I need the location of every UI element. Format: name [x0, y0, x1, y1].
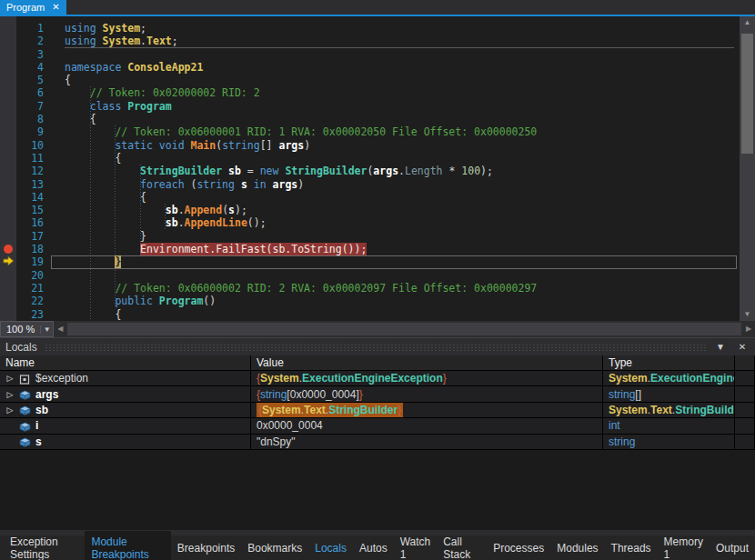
vertical-scrollbar-thumb[interactable] — [741, 34, 753, 154]
variable-name: sb — [35, 403, 48, 417]
expander-icon[interactable]: ▷ — [5, 387, 15, 402]
close-icon[interactable]: ✕ — [735, 342, 750, 352]
locals-row[interactable]: s"dnSpy"string — [0, 435, 755, 450]
bottom-tab-exception-settings[interactable]: Exception Settings — [4, 531, 85, 560]
column-header-type[interactable]: Type — [603, 355, 735, 370]
scroll-up-icon[interactable]: ▲ — [740, 16, 755, 29]
locals-row[interactable]: ▷args{string[0x0000_0004]}string[] — [0, 386, 755, 402]
code-line[interactable]: 14 { — [0, 191, 740, 204]
bottom-tab-memory-1[interactable]: Memory 1 — [658, 531, 710, 560]
code-token: ( — [185, 178, 197, 191]
code-token: Program — [159, 295, 203, 307]
locals-name-cell[interactable]: ▷$exception — [0, 371, 251, 385]
code-text — [44, 48, 65, 61]
code-line[interactable]: 7 class Program — [0, 100, 740, 113]
bottom-tab-module-breakpoints[interactable]: Module Breakpoints — [85, 531, 170, 560]
bottom-tab-processes[interactable]: Processes — [487, 537, 550, 559]
code-line[interactable]: 3 — [0, 48, 740, 61]
code-editor[interactable]: 1using System;2using System.Text;34names… — [0, 16, 755, 321]
breakpoint-glyph-cell[interactable] — [0, 243, 16, 255]
locals-type-cell[interactable]: int — [603, 418, 735, 433]
locals-title-bar[interactable]: Locals ▼ ✕ — [0, 338, 755, 355]
code-line[interactable]: 6 // Token: 0x02000002 RID: 2 — [0, 86, 740, 99]
tab-close-icon[interactable]: ✕ — [52, 3, 59, 12]
bottom-tab-modules[interactable]: Modules — [550, 537, 604, 559]
code-line[interactable]: 22 public Program() — [0, 295, 740, 307]
scroll-left-icon[interactable]: ◀ — [54, 321, 66, 337]
locals-row[interactable]: ▷$exception{System.ExecutionEngineExcept… — [0, 371, 755, 386]
code-line[interactable]: 20 — [0, 269, 740, 282]
column-header-value[interactable]: Value — [251, 355, 603, 370]
code-token: static void — [115, 139, 190, 152]
locals-row[interactable]: i0x0000_0004int — [0, 418, 755, 434]
code-line[interactable]: 17 } — [0, 230, 740, 243]
code-line[interactable]: 23 { — [0, 308, 740, 321]
locals-header-row[interactable]: Name Value Type — [0, 355, 755, 371]
bottom-tab-watch-1[interactable]: Watch 1 — [394, 531, 438, 560]
code-line[interactable]: 11 { — [0, 152, 740, 165]
bottom-tab-locals[interactable]: Locals — [308, 537, 353, 559]
scroll-down-icon[interactable]: ▼ — [740, 308, 755, 321]
code-line[interactable]: 4namespace ConsoleApp21 — [0, 61, 740, 74]
locals-value-cell[interactable]: {System.ExecutionEngineException} — [251, 371, 603, 385]
line-number: 3 — [16, 48, 44, 61]
code-line[interactable]: 15 sb.Append(s); — [0, 204, 740, 216]
locals-type-cell[interactable]: System.Text.StringBuilder — [603, 403, 735, 417]
code-line[interactable]: 13 foreach (string s in args) — [0, 178, 740, 191]
locals-type-cell[interactable]: string — [603, 435, 735, 449]
locals-name-cell[interactable]: ▷sb — [0, 403, 251, 417]
code-text: { — [44, 74, 71, 86]
code-line[interactable]: 2using System.Text; — [0, 35, 740, 47]
code-line[interactable]: 10 static void Main(string[] args) — [0, 139, 740, 152]
line-number: 17 — [16, 230, 44, 243]
breakpoint-dot-icon[interactable] — [4, 245, 13, 254]
vertical-scrollbar[interactable]: ▲ ▼ — [740, 16, 755, 321]
horizontal-scrollbar[interactable]: ◀ ▶ — [54, 321, 755, 337]
code-line[interactable]: 19 } — [0, 255, 740, 268]
zoom-level-combobox[interactable]: 100 % ▼ — [0, 321, 54, 337]
code-line[interactable]: 16 sb.AppendLine(); — [0, 216, 740, 229]
window-position-icon[interactable]: ▼ — [713, 342, 728, 352]
code-line[interactable]: 9 // Token: 0x06000001 RID: 1 RVA: 0x000… — [0, 125, 740, 138]
locals-value-cell[interactable]: 0x0000_0004 — [251, 418, 603, 433]
current-statement-glyph-cell[interactable] — [0, 255, 16, 268]
bottom-tab-breakpoints[interactable]: Breakpoints — [171, 537, 241, 559]
chevron-down-icon[interactable]: ▼ — [40, 325, 53, 334]
bottom-tab-call-stack[interactable]: Call Stack — [437, 531, 487, 560]
expander-icon[interactable]: ▷ — [5, 403, 15, 417]
code-token: . — [140, 35, 146, 47]
bottom-tab-bookmarks[interactable]: Bookmarks — [241, 537, 308, 559]
locals-value-cell[interactable]: {string[0x0000_0004]} — [251, 386, 603, 401]
locals-name-cell[interactable]: ▷args — [0, 386, 251, 401]
code-line[interactable]: 5{ — [0, 74, 740, 86]
bottom-tab-threads[interactable]: Threads — [605, 537, 658, 559]
glyph-cell — [0, 178, 16, 191]
code-token — [65, 191, 140, 204]
current-statement-arrow-icon[interactable] — [3, 255, 14, 268]
tab-program[interactable]: Program ✕ — [0, 0, 66, 15]
scroll-right-icon[interactable]: ▶ — [742, 321, 755, 337]
locals-value-cell[interactable]: "dnSpy" — [251, 435, 603, 449]
locals-value-cell[interactable]: {System.Text.StringBuilder} — [251, 403, 603, 417]
column-header-name[interactable]: Name — [0, 355, 251, 370]
locals-type-cell[interactable]: string[] — [603, 386, 735, 401]
tab-program-label: Program — [6, 2, 45, 13]
code-line[interactable]: 21 // Token: 0x06000002 RID: 2 RVA: 0x00… — [0, 282, 740, 295]
code-line[interactable]: 12 StringBuilder sb = new StringBuilder(… — [0, 165, 740, 177]
code-token: ) — [297, 178, 304, 191]
code-token: { — [65, 74, 71, 86]
locals-row[interactable]: ▷sb{System.Text.StringBuilder}System.Tex… — [0, 403, 755, 418]
locals-name-cell[interactable]: s — [0, 435, 251, 449]
locals-type-cell[interactable]: System.ExecutionEngine... — [603, 371, 735, 385]
horizontal-scrollbar-thumb[interactable] — [67, 323, 741, 335]
code-line[interactable]: 18 Environment.FailFast(sb.ToString()); — [0, 243, 740, 255]
glyph-cell — [0, 113, 16, 125]
code-line[interactable]: 8 { — [0, 113, 740, 125]
locals-name-cell[interactable]: i — [0, 418, 251, 433]
expander-icon[interactable]: ▷ — [5, 371, 15, 385]
code-token: ) — [304, 139, 310, 152]
bottom-tab-autos[interactable]: Autos — [353, 537, 394, 559]
code-token — [65, 86, 90, 99]
code-line[interactable]: 1using System; — [0, 22, 740, 35]
bottom-tab-output[interactable]: Output — [710, 537, 755, 559]
